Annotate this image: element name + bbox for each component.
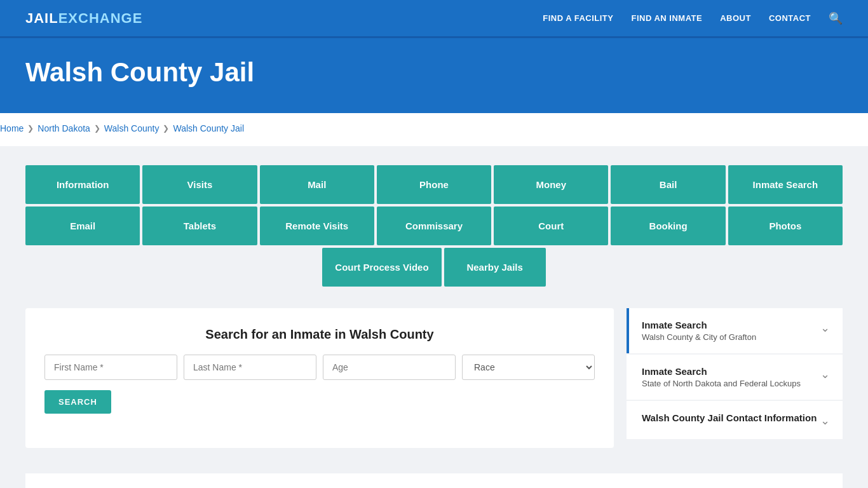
breadcrumb: Home ❯ North Dakota ❯ Walsh County ❯ Wal…: [0, 113, 868, 146]
sidebar-item-inmate-search-2[interactable]: Inmate Search State of North Dakota and …: [627, 355, 843, 400]
age-input[interactable]: [323, 355, 456, 380]
btn-bail[interactable]: Bail: [611, 165, 725, 204]
btn-booking[interactable]: Booking: [611, 207, 725, 245]
hero-section: Walsh County Jail: [0, 38, 868, 113]
sidebar-item-title: Inmate Search: [642, 366, 801, 377]
btn-nearby-jails[interactable]: Nearby Jails: [444, 248, 546, 287]
chevron-icon: ❯: [94, 124, 100, 133]
info-section: Walsh County Jail Information: [25, 473, 843, 488]
site-logo[interactable]: JAILEXCHANGE: [25, 10, 142, 27]
btn-phone[interactable]: Phone: [377, 165, 491, 204]
buttons-row-3: Court Process Video Nearby Jails: [25, 248, 843, 287]
breadcrumb-home[interactable]: Home: [0, 123, 24, 133]
main-content: Search for an Inmate in Walsh County Rac…: [0, 308, 868, 473]
btn-mail[interactable]: Mail: [260, 165, 374, 204]
chevron-down-icon: ⌄: [820, 321, 830, 335]
search-icon[interactable]: 🔍: [829, 11, 843, 25]
btn-information[interactable]: Information: [25, 165, 140, 204]
btn-tablets[interactable]: Tablets: [142, 207, 257, 245]
logo-exchange: EXCHANGE: [58, 10, 143, 26]
nav-contact[interactable]: CONTACT: [769, 13, 811, 23]
search-button[interactable]: SEARCH: [44, 390, 111, 414]
chevron-down-icon: ⌄: [820, 367, 830, 381]
sidebar: Inmate Search Walsh County & City of Gra…: [627, 308, 843, 439]
nav-links: FIND A FACILITY FIND AN INMATE ABOUT CON…: [543, 11, 843, 25]
btn-commissary[interactable]: Commissary: [377, 207, 491, 245]
inmate-search-card: Search for an Inmate in Walsh County Rac…: [25, 308, 614, 448]
btn-visits[interactable]: Visits: [142, 165, 257, 204]
breadcrumb-walsh[interactable]: Walsh County: [104, 123, 159, 133]
breadcrumb-wcj[interactable]: Walsh County Jail: [173, 123, 244, 133]
chevron-icon: ❯: [27, 124, 34, 133]
btn-money[interactable]: Money: [494, 165, 608, 204]
nav-about[interactable]: ABOUT: [720, 13, 751, 23]
chevron-icon: ❯: [163, 124, 169, 133]
logo-jail: JAIL: [25, 10, 58, 26]
btn-email[interactable]: Email: [25, 207, 140, 245]
sidebar-item-subtitle: State of North Dakota and Federal Lockup…: [642, 379, 801, 388]
nav-find-facility[interactable]: FIND A FACILITY: [543, 13, 613, 23]
navigation: JAILEXCHANGE FIND A FACILITY FIND AN INM…: [0, 0, 868, 38]
sidebar-item-title: Walsh County Jail Contact Information: [642, 412, 817, 423]
sidebar-item-title: Inmate Search: [642, 320, 756, 330]
first-name-input[interactable]: [44, 355, 177, 380]
buttons-row-2: Email Tablets Remote Visits Commissary C…: [25, 207, 843, 245]
btn-photos[interactable]: Photos: [728, 207, 843, 245]
race-select[interactable]: Race White Black Hispanic Asian Other: [462, 355, 595, 380]
chevron-down-icon: ⌄: [820, 414, 830, 428]
sidebar-item-subtitle: Walsh County & City of Grafton: [642, 332, 756, 342]
search-title: Search for an Inmate in Walsh County: [44, 327, 595, 342]
btn-court[interactable]: Court: [494, 207, 608, 245]
category-buttons-section: Information Visits Mail Phone Money Bail…: [0, 146, 868, 308]
buttons-row-1: Information Visits Mail Phone Money Bail…: [25, 165, 843, 204]
nav-find-inmate[interactable]: FIND AN INMATE: [631, 13, 702, 23]
sidebar-item-contact-info[interactable]: Walsh County Jail Contact Information ⌄: [627, 401, 843, 439]
btn-court-process-video[interactable]: Court Process Video: [322, 248, 441, 287]
page-title: Walsh County Jail: [25, 57, 843, 88]
search-fields: Race White Black Hispanic Asian Other: [44, 355, 595, 380]
btn-inmate-search[interactable]: Inmate Search: [728, 165, 843, 204]
breadcrumb-nd[interactable]: North Dakota: [37, 123, 90, 133]
btn-remote-visits[interactable]: Remote Visits: [260, 207, 374, 245]
last-name-input[interactable]: [184, 355, 316, 380]
sidebar-item-inmate-search-1[interactable]: Inmate Search Walsh County & City of Gra…: [627, 308, 843, 353]
